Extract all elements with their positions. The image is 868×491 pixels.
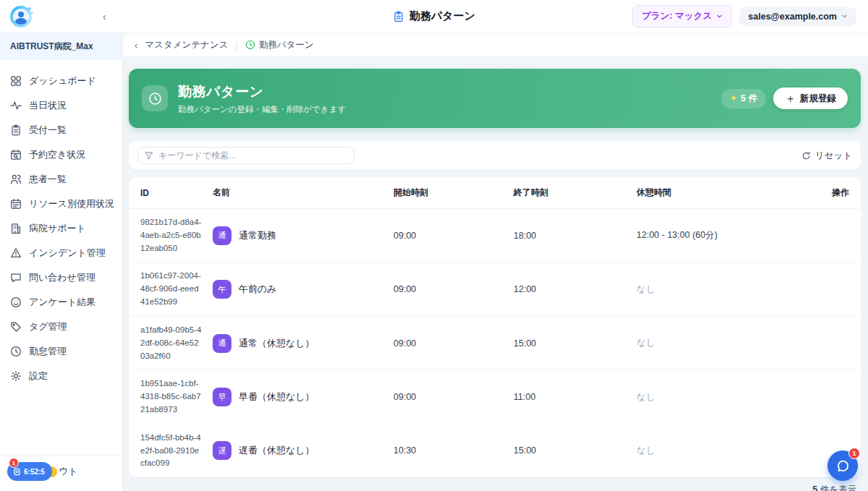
pattern-badge: 午	[213, 280, 231, 299]
timer-notification-badge: 1	[9, 458, 19, 468]
cell-end-time: 12:00	[514, 284, 637, 294]
sidebar-item-0[interactable]: ダッシュボード	[0, 69, 122, 93]
cell-start-time: 09:00	[393, 338, 514, 349]
sidebar-item-7[interactable]: インシデント管理	[0, 241, 122, 265]
breadcrumb-back-button[interactable]: ‹	[135, 40, 137, 51]
keyword-search-input[interactable]	[158, 150, 347, 161]
cell-end-time: 15:00	[514, 338, 637, 349]
sidebar-item-9[interactable]: アンケート結果	[0, 290, 122, 315]
cell-end-time: 11:00	[514, 392, 637, 402]
plus-icon: ＋	[785, 92, 796, 106]
cell-break-time: なし	[637, 445, 809, 457]
sidebar-item-2[interactable]: 受付一覧	[0, 118, 122, 142]
calendar-search-icon	[10, 149, 22, 161]
table-row[interactable]: 9821b17d-d8a4-4aeb-a2c5-e80b12eab050通通常勤…	[129, 209, 861, 262]
document-icon	[13, 468, 21, 476]
record-count-label: 5 件	[741, 93, 757, 105]
table-row[interactable]: 154dfc5f-bb4b-4e2f-ba08-2910ecfac099遅遅番（…	[129, 424, 861, 477]
breadcrumb-separator: |	[235, 40, 237, 51]
banner-subtitle: 勤務パターンの登録・編集・削除ができます	[178, 104, 346, 115]
app-logo[interactable]	[10, 6, 32, 27]
organization-name[interactable]: AIBTRUST病院_Max	[0, 33, 122, 60]
table-header-row: ID名前開始時刻終了時刻休憩時間操作	[129, 177, 861, 209]
breadcrumb-parent-link[interactable]: マスタメンテナンス	[145, 39, 228, 51]
sidebar-item-label: ダッシュボード	[29, 74, 96, 87]
sidebar-item-3[interactable]: 予約空き状況	[0, 142, 122, 167]
cell-id: 154dfc5f-bb4b-4e2f-ba08-2910ecfac099	[140, 424, 213, 477]
column-header-5: 操作	[809, 187, 849, 199]
sidebar-item-4[interactable]: 患者一覧	[0, 167, 122, 192]
column-header-2: 開始時刻	[393, 187, 514, 199]
dashboard-icon	[10, 75, 22, 87]
breadcrumb: ‹ マスタメンテナンス | 勤務パターン	[123, 33, 868, 57]
sidebar-item-11[interactable]: 勤怠管理	[0, 339, 122, 364]
footer-count-number: 5	[812, 484, 817, 491]
cell-id: a1fafb49-09b5-42df-b08c-64e5203a2f60	[140, 317, 213, 370]
record-count-badge: ✦ 5 件	[721, 89, 766, 108]
cell-break-time: 12:00 - 13:00 (60分)	[637, 229, 809, 242]
extension-timer-overlay[interactable]: 1 6:52:5	[7, 462, 52, 481]
table-row[interactable]: 1b951aae-1cbf-4318-b85c-6ab721ab8973早早番（…	[129, 370, 861, 424]
clipboard-icon	[393, 11, 404, 22]
sidebar-item-8[interactable]: 問い合わせ管理	[0, 265, 122, 290]
sidebar: AIBTRUST病院_Max ダッシュボード当日状況受付一覧予約空き状況患者一覧…	[0, 33, 123, 491]
sidebar-item-label: 予約空き状況	[29, 148, 85, 161]
logout-label: ウト	[59, 465, 78, 478]
settings-gear-icon	[10, 370, 22, 382]
sidebar-item-1[interactable]: 当日状況	[0, 93, 122, 118]
table-row[interactable]: a1fafb49-09b5-42df-b08c-64e5203a2f60通通常（…	[129, 317, 861, 370]
sidebar-item-label: アンケート結果	[29, 296, 95, 309]
logout-button[interactable]: 1 6:52:5 ウト	[7, 462, 115, 481]
new-record-button[interactable]: ＋ 新規登録	[773, 87, 848, 109]
chevron-down-icon	[841, 13, 848, 20]
page-title: 勤務パターン	[409, 9, 475, 23]
table-row[interactable]: 1b061c97-2004-48cf-906d-eeed41e52b99午午前の…	[129, 262, 861, 316]
sidebar-collapse-button[interactable]: ‹	[103, 11, 106, 22]
reset-label: リセット	[815, 150, 852, 162]
reset-button[interactable]: リセット	[801, 150, 852, 162]
banner-clock-icon	[142, 85, 168, 111]
column-header-1: 名前	[213, 187, 393, 199]
cell-name: 通常勤務	[239, 229, 276, 242]
sidebar-item-6[interactable]: 病院サポート	[0, 216, 122, 241]
footer-count-label: 件を表示	[820, 484, 856, 491]
sidebar-item-5[interactable]: リソース別使用状況	[0, 192, 122, 216]
cell-break-time: なし	[637, 283, 809, 296]
tag-icon	[10, 321, 22, 333]
cell-name: 通常（休憩なし）	[239, 337, 315, 350]
breadcrumb-current-label: 勤務パターン	[259, 39, 314, 51]
sidebar-footer: 1 6:52:5 ウト	[0, 456, 122, 491]
clock-icon	[245, 40, 255, 50]
new-record-label: 新規登録	[800, 93, 836, 105]
plan-dropdown[interactable]: プラン: マックス	[632, 5, 732, 27]
survey-smiley-icon	[10, 296, 22, 308]
main-content: ‹ マスタメンテナンス | 勤務パターン 勤務パターン 勤務パターンの登録・編集…	[123, 33, 868, 491]
cell-start-time: 09:00	[393, 231, 514, 241]
sidebar-item-10[interactable]: タグ管理	[0, 315, 122, 339]
timer-value: 6:52:5	[24, 468, 45, 476]
cell-end-time: 18:00	[514, 231, 637, 241]
account-email: sales@example.com	[748, 12, 837, 22]
chat-support-button[interactable]: 1	[827, 451, 858, 481]
cell-id: 1b061c97-2004-48cf-906d-eeed41e52b99	[140, 262, 213, 315]
attendance-clock-icon	[10, 346, 22, 357]
filter-bar: リセット	[129, 141, 861, 170]
cell-name: 早番（休憩なし）	[239, 390, 315, 404]
cell-start-time: 10:30	[393, 445, 514, 456]
sidebar-item-label: タグ管理	[29, 320, 67, 333]
sidebar-item-12[interactable]: 設定	[0, 364, 122, 388]
activity-icon	[10, 100, 22, 111]
sidebar-item-label: 患者一覧	[29, 173, 67, 186]
top-header: ‹ 勤務パターン プラン: マックス sales@example.com	[0, 0, 868, 33]
sidebar-item-label: 受付一覧	[29, 124, 67, 137]
hospital-building-icon	[10, 223, 22, 234]
chevron-down-icon	[716, 13, 723, 20]
cell-start-time: 09:00	[393, 392, 514, 402]
sidebar-item-label: リソース別使用状況	[29, 197, 114, 210]
account-dropdown[interactable]: sales@example.com	[739, 7, 856, 26]
reception-clipboard-icon	[10, 124, 22, 136]
cell-name: 遅番（休憩なし）	[239, 444, 315, 457]
resource-calendar-icon	[10, 198, 22, 210]
cell-name: 午前のみ	[239, 283, 277, 296]
incident-warning-icon	[10, 247, 22, 259]
